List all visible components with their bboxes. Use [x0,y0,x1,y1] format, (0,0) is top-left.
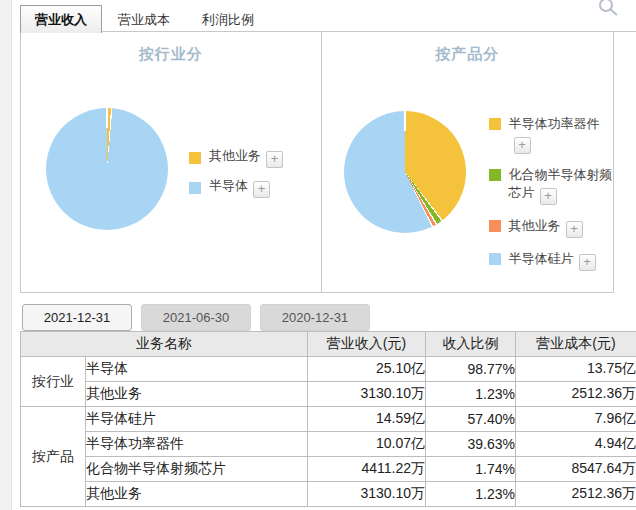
value-cell: 39.63% [426,432,516,457]
table-row: 按行业半导体25.10亿98.77%13.75亿 [21,357,636,382]
header-operating-revenue: 营业收入(元) [308,332,426,357]
value-cell: 3130.10万 [308,382,426,407]
charts-panel: 按行业分 其他业务+半导体+ 按产品分 半导体功率器件+化合物半导体射频芯片+其… [20,31,614,293]
date-tab-2020-12-31[interactable]: 2020-12-31 [260,304,370,331]
legend-add-button[interactable]: + [253,181,270,198]
legend-item: 化合物半导体射频芯片+ [489,166,617,205]
metric-tabbar: 营业收入 营业成本 利润比例 [20,5,270,33]
legend-swatch [489,253,501,265]
table-row: 半导体功率器件10.07亿39.63%4.94亿 [21,432,636,457]
header-business-name: 业务名称 [21,332,308,357]
tab-operating-cost[interactable]: 营业成本 [102,7,186,33]
chart-title-by-product: 按产品分 [322,45,614,64]
header-operating-cost: 营业成本(元) [516,332,636,357]
tab-profit-ratio[interactable]: 利润比例 [186,7,270,33]
value-cell: 13.75亿 [516,357,636,382]
legend-swatch [489,118,501,130]
legend-item: 其他业务+ [189,147,311,168]
legend-by-product: 半导体功率器件+化合物半导体射频芯片+其他业务+半导体硅片+ [489,115,617,283]
value-cell: 25.10亿 [308,357,426,382]
value-cell: 57.40% [426,407,516,432]
value-cell: 3130.10万 [308,482,426,507]
value-cell: 2512.36万 [516,382,636,407]
legend-by-industry: 其他业务+半导体+ [189,147,311,207]
legend-item: 半导体+ [189,177,311,198]
row-group-label: 按产品 [21,407,86,507]
pie-by-product[interactable] [344,111,466,233]
tab-operating-revenue[interactable]: 营业收入 [20,5,102,33]
legend-label: 其他业务+ [209,147,311,168]
legend-label: 其他业务+ [509,217,617,238]
legend-label: 半导体+ [209,177,311,198]
business-name-cell: 半导体硅片 [86,407,308,432]
legend-item: 其他业务+ [489,217,617,238]
business-name-cell: 化合物半导体射频芯片 [86,457,308,482]
value-cell: 98.77% [426,357,516,382]
value-cell: 1.74% [426,457,516,482]
table-row: 其他业务3130.10万1.23%2512.36万 [21,382,636,407]
legend-swatch [189,182,201,194]
value-cell: 4411.22万 [308,457,426,482]
legend-swatch [489,220,501,232]
legend-add-button[interactable]: + [540,188,557,205]
value-cell: 1.23% [426,482,516,507]
report-date-tabs: 2021-12-31 2021-06-30 2020-12-31 [22,304,370,331]
table-row: 其他业务3130.10万1.23%2512.36万 [21,482,636,507]
legend-label: 半导体硅片+ [509,250,617,271]
left-edge-band [0,0,12,510]
chart-title-by-industry: 按行业分 [21,45,321,64]
value-cell: 8547.64万 [516,457,636,482]
legend-add-button[interactable]: + [266,151,283,168]
value-cell: 2512.36万 [516,482,636,507]
row-group-label: 按行业 [21,357,86,407]
legend-add-button[interactable]: + [514,137,531,154]
legend-swatch [489,169,501,181]
legend-label: 半导体功率器件+ [509,115,617,154]
table-header-row: 业务名称 营业收入(元) 收入比例 营业成本(元) [21,332,636,357]
legend-add-button[interactable]: + [566,221,583,238]
table-row: 按产品半导体硅片14.59亿57.40%7.96亿 [21,407,636,432]
legend-swatch [189,152,201,164]
revenue-table: 业务名称 营业收入(元) 收入比例 营业成本(元) 按行业半导体25.10亿98… [20,331,636,507]
business-name-cell: 其他业务 [86,482,308,507]
business-name-cell: 半导体功率器件 [86,432,308,457]
value-cell: 1.23% [426,382,516,407]
header-revenue-ratio: 收入比例 [426,332,516,357]
date-tab-2021-12-31[interactable]: 2021-12-31 [22,304,132,331]
table-row: 化合物半导体射频芯片4411.22万1.74%8547.64万 [21,457,636,482]
business-name-cell: 其他业务 [86,382,308,407]
legend-label: 化合物半导体射频芯片+ [509,166,617,205]
legend-item: 半导体硅片+ [489,250,617,271]
business-name-cell: 半导体 [86,357,308,382]
value-cell: 4.94亿 [516,432,636,457]
value-cell: 14.59亿 [308,407,426,432]
chart-by-product: 按产品分 半导体功率器件+化合物半导体射频芯片+其他业务+半导体硅片+ [321,31,614,292]
date-tab-2021-06-30[interactable]: 2021-06-30 [141,304,251,331]
value-cell: 7.96亿 [516,407,636,432]
legend-item: 半导体功率器件+ [489,115,617,154]
legend-add-button[interactable]: + [579,254,596,271]
search-icon[interactable] [596,0,620,18]
pie-by-industry[interactable] [46,108,168,230]
chart-by-industry: 按行业分 其他业务+半导体+ [21,31,321,292]
value-cell: 10.07亿 [308,432,426,457]
